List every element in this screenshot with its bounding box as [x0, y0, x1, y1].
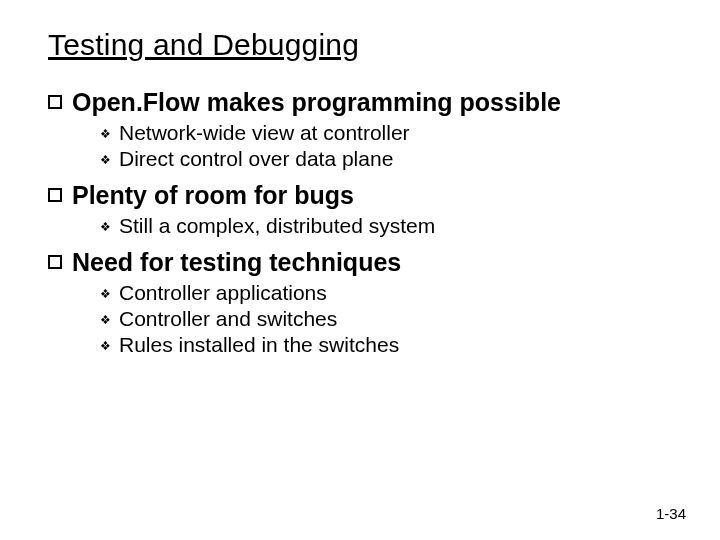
- subbullet-text: Controller and switches: [119, 307, 337, 331]
- bullet-text: Need for testing techniques: [72, 248, 401, 277]
- bullet-text: Plenty of room for bugs: [72, 181, 354, 210]
- diamond-bullet-icon: ❖: [100, 287, 111, 302]
- subbullet-text: Direct control over data plane: [119, 147, 393, 171]
- bullet-text: Open.Flow makes programming possible: [72, 88, 561, 117]
- bullet-level1: Need for testing techniques: [48, 248, 672, 277]
- diamond-bullet-icon: ❖: [100, 127, 111, 142]
- subbullet-text: Still a complex, distributed system: [119, 214, 435, 238]
- square-bullet-icon: [48, 255, 62, 269]
- bullet-level2: ❖ Controller and switches: [100, 307, 672, 331]
- diamond-bullet-icon: ❖: [100, 153, 111, 168]
- subbullet-text: Controller applications: [119, 281, 327, 305]
- bullet-level1: Open.Flow makes programming possible: [48, 88, 672, 117]
- bullet-level2: ❖ Rules installed in the switches: [100, 333, 672, 357]
- bullet-level2: ❖ Controller applications: [100, 281, 672, 305]
- page-number: 1-34: [656, 505, 686, 522]
- square-bullet-icon: [48, 95, 62, 109]
- diamond-bullet-icon: ❖: [100, 220, 111, 235]
- diamond-bullet-icon: ❖: [100, 339, 111, 354]
- square-bullet-icon: [48, 188, 62, 202]
- bullet-level1: Plenty of room for bugs: [48, 181, 672, 210]
- slide: Testing and Debugging Open.Flow makes pr…: [0, 0, 720, 540]
- bullet-level2: ❖ Network-wide view at controller: [100, 121, 672, 145]
- subbullet-text: Network-wide view at controller: [119, 121, 410, 145]
- bullet-level2: ❖ Still a complex, distributed system: [100, 214, 672, 238]
- bullet-level2: ❖ Direct control over data plane: [100, 147, 672, 171]
- diamond-bullet-icon: ❖: [100, 313, 111, 328]
- subbullet-text: Rules installed in the switches: [119, 333, 399, 357]
- slide-title: Testing and Debugging: [48, 28, 672, 62]
